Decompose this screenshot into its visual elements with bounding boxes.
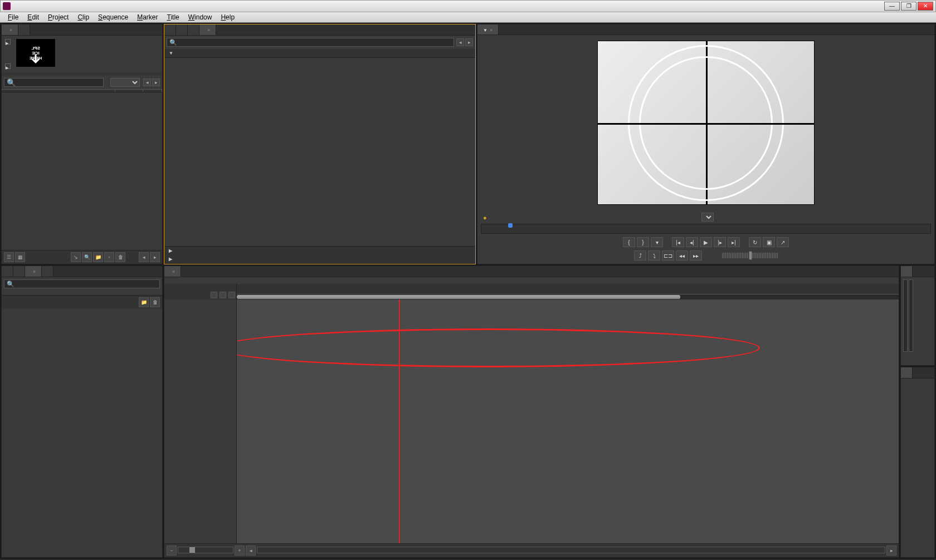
program-monitor: ▼× ● { } ▾ |◂ ◂| ▶ [477, 24, 935, 264]
effects-new-bin[interactable]: 📁 [139, 297, 149, 307]
effects-delete[interactable]: 🗑 [150, 297, 160, 307]
safe-margins-button[interactable]: ▣ [763, 237, 775, 247]
lift-button[interactable]: ⤴ [634, 250, 646, 261]
meta-prev-button[interactable]: ◂ [456, 38, 464, 46]
source-metadata-panel: × ◂▸ ▼ ▶ ▶ [164, 24, 476, 264]
tab-media-browser[interactable] [2, 266, 13, 277]
prev-button[interactable]: ◂ [143, 78, 151, 86]
metadata-properties [164, 58, 475, 246]
output-button[interactable]: ↗ [777, 237, 789, 247]
step-back-button[interactable]: ◂| [686, 237, 698, 247]
timeline-bottom-scrollbar[interactable]: − + ◂ ▸ [164, 543, 899, 557]
tab-audio-master[interactable] [901, 266, 913, 277]
project-bin-list[interactable] [2, 92, 162, 250]
menu-edit[interactable]: Edit [23, 12, 43, 22]
menu-marker[interactable]: Marker [133, 12, 162, 22]
project-filter-select[interactable] [110, 78, 140, 87]
app-icon [3, 2, 11, 10]
menu-project[interactable]: Project [43, 12, 73, 22]
tab-metadata[interactable]: × [199, 24, 216, 35]
metadata-file-header[interactable]: ▶ [169, 248, 176, 253]
tab-project[interactable]: × [2, 24, 18, 35]
step-forward-button[interactable]: |▸ [714, 237, 726, 247]
project-panel: × ▸ ▸ SPLICEHERE [1, 24, 163, 264]
timeline-zoom-scrollbar[interactable] [237, 294, 899, 299]
icon-view-button[interactable]: ▦ [15, 252, 25, 262]
clip-metadata-summary [61, 39, 159, 69]
tab-audio-mixer[interactable] [188, 24, 199, 35]
menu-file[interactable]: File [3, 12, 23, 22]
snap-button[interactable] [211, 292, 217, 298]
program-video-area[interactable] [477, 35, 934, 210]
tab-program[interactable]: ▼× [477, 24, 499, 35]
program-playhead-marker[interactable] [508, 223, 513, 228]
next-button[interactable]: ▸ [152, 78, 160, 86]
menu-clip[interactable]: Clip [73, 12, 94, 22]
play-preview-button[interactable]: ▸ [5, 63, 11, 69]
in-point-button[interactable]: { [623, 237, 635, 247]
audio-meter-left [903, 279, 908, 352]
panel-prev-button[interactable]: ◂ [139, 252, 149, 262]
delete-button[interactable]: 🗑 [115, 252, 125, 262]
set-marker-button[interactable]: ▾ [651, 237, 663, 247]
find-button[interactable]: 🔍 [82, 252, 92, 262]
tab-source[interactable] [164, 24, 176, 35]
next-marker-button[interactable]: ▸▸ [690, 250, 702, 261]
out-point-button[interactable]: } [637, 237, 649, 247]
tools-panel [900, 367, 935, 558]
effects-tree[interactable] [2, 291, 162, 295]
clip-thumbnail: SPLICEHERE [16, 39, 55, 67]
audio-meters-panel [900, 266, 935, 366]
trim-button[interactable]: ⊏⊐ [662, 250, 674, 261]
prev-marker-button[interactable]: ◂◂ [676, 250, 688, 261]
window-titlebar: — ❐ ✕ [0, 0, 936, 12]
tab-tools[interactable] [901, 367, 913, 378]
tab-timeline[interactable]: × [164, 266, 181, 277]
program-transport-controls: { } ▾ |◂ ◂| ▶ |▸ ▸| ↻ ▣ ↗ [477, 234, 934, 250]
extract-button[interactable]: ⤵ [648, 250, 660, 261]
play-button[interactable]: ▶ [700, 237, 712, 247]
marker-button[interactable] [220, 292, 226, 298]
metadata-speech-header[interactable]: ▶ [164, 255, 475, 264]
tab-resource-central[interactable] [18, 24, 30, 35]
program-zoom-select[interactable] [701, 213, 714, 222]
shuttle-slider[interactable] [722, 253, 778, 258]
program-time-ruler[interactable] [481, 224, 931, 234]
tab-history[interactable] [42, 266, 53, 277]
annotation-red-oval [237, 328, 760, 367]
goto-in-button[interactable]: |◂ [672, 237, 684, 247]
track-headers [164, 299, 237, 543]
effects-panel: × 📁🗑 [1, 266, 163, 558]
tab-info[interactable] [13, 266, 25, 277]
minimize-button[interactable]: — [884, 2, 900, 11]
main-menu: File Edit Project Clip Sequence Marker T… [0, 12, 936, 23]
tab-effects[interactable]: × [25, 266, 42, 277]
audio-meter-right [909, 279, 913, 352]
project-search-input[interactable] [4, 78, 104, 87]
meta-next-button[interactable]: ▸ [465, 38, 473, 46]
effects-search-input[interactable] [4, 279, 160, 288]
goto-out-button[interactable]: ▸| [728, 237, 740, 247]
automate-button[interactable]: ↘ [71, 252, 81, 262]
list-view-button[interactable]: ☰ [4, 252, 14, 262]
new-item-button[interactable]: ▫ [104, 252, 114, 262]
timeline-ruler-tools [164, 284, 237, 299]
metadata-search-input[interactable] [167, 38, 454, 47]
metadata-clip-header[interactable]: ▼ [164, 49, 475, 58]
project-toolbar: ☰ ▦ ↘ 🔍 📁 ▫ 🗑 ◂ ▸ [2, 250, 162, 264]
menu-help[interactable]: Help [216, 12, 239, 22]
menu-title[interactable]: Title [163, 12, 184, 22]
menu-sequence[interactable]: Sequence [94, 12, 133, 22]
loop-button[interactable]: ↻ [749, 237, 761, 247]
maximize-button[interactable]: ❐ [901, 2, 916, 11]
menu-window[interactable]: Window [184, 12, 217, 22]
panel-next-button[interactable]: ▸ [150, 252, 160, 262]
encore-button[interactable] [228, 292, 235, 298]
new-bin-button[interactable]: 📁 [93, 252, 103, 262]
track-content-area[interactable] [237, 299, 899, 543]
timeline-playhead[interactable] [399, 299, 399, 543]
timeline-ruler[interactable] [237, 284, 899, 299]
tab-effect-controls[interactable] [176, 24, 188, 35]
poster-frame-button[interactable]: ▸ [5, 39, 11, 45]
close-button[interactable]: ✕ [918, 2, 933, 11]
